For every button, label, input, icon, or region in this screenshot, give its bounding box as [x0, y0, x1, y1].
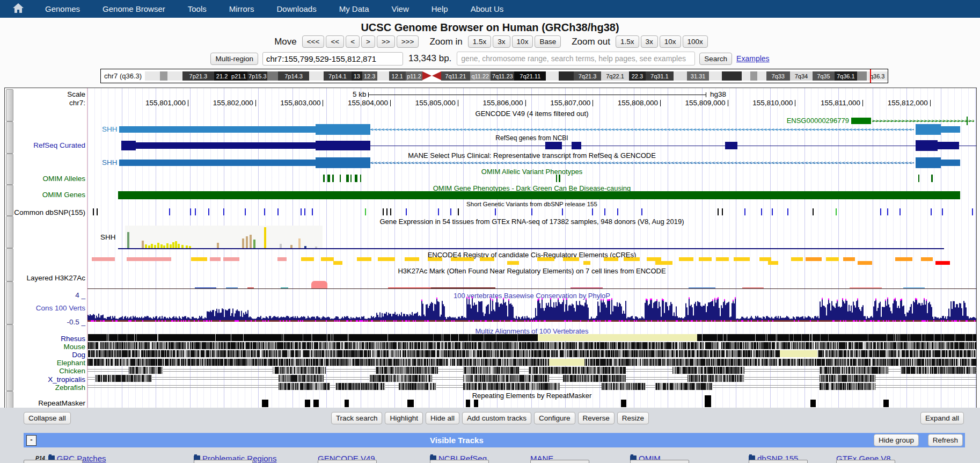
omim-allele-variant[interactable]: [360, 175, 361, 182]
add-custom-tracks-button[interactable]: Add custom tracks: [462, 412, 531, 424]
gtex-bar[interactable]: [250, 235, 252, 248]
ccre-element[interactable]: [127, 257, 151, 261]
dbsnp-variant[interactable]: [617, 208, 618, 215]
ruler-tick[interactable]: [728, 100, 728, 106]
track-title-gene-expression-in-54-ti[interactable]: Gene Expression in 54 tissues from GTEx …: [87, 218, 976, 226]
track-visibility-select[interactable]: [430, 460, 489, 463]
dbsnp-variant[interactable]: [761, 208, 762, 215]
shh-mane-utr[interactable]: [941, 160, 960, 166]
h3k27ac-peak[interactable]: [311, 281, 327, 288]
h3k27ac-signal[interactable]: [431, 287, 495, 288]
zoom-in-button-base[interactable]: Base: [535, 35, 561, 48]
track-visibility-select[interactable]: [194, 460, 253, 463]
dbsnp-variant[interactable]: [813, 208, 814, 215]
ccre-element[interactable]: [826, 257, 839, 261]
track-visibility-select[interactable]: [24, 460, 83, 463]
move-button-[interactable]: <: [346, 35, 360, 48]
repeat-element-tall[interactable]: [705, 395, 711, 407]
ruler-tick[interactable]: [593, 100, 593, 106]
ccre-element[interactable]: [699, 257, 712, 261]
gtex-bar[interactable]: [246, 236, 248, 248]
nav-item-tools[interactable]: Tools: [188, 4, 207, 13]
ruler-tick[interactable]: [930, 100, 931, 106]
h3k27ac-baseline[interactable]: [87, 288, 976, 289]
track-label-4[interactable]: 4 _: [75, 291, 85, 299]
refseq-exon[interactable]: [121, 141, 136, 150]
track-search-button[interactable]: Track search: [331, 412, 383, 424]
ruler-tick[interactable]: [458, 100, 458, 106]
zoom-out-button-3x[interactable]: 3x: [641, 35, 658, 48]
ensg-exon[interactable]: [851, 118, 871, 124]
shh-mane-exon[interactable]: [316, 157, 370, 168]
zoom-in-button-10x[interactable]: 10x: [512, 35, 533, 48]
collapse-group-button[interactable]: -: [26, 435, 36, 446]
h3k27ac-signal[interactable]: [226, 287, 238, 288]
move-button-[interactable]: >>: [377, 35, 395, 48]
ccre-element[interactable]: [148, 257, 171, 261]
dbsnp-variant[interactable]: [562, 208, 563, 215]
dbsnp-variant[interactable]: [641, 208, 642, 215]
gtex-bar[interactable]: [127, 232, 129, 248]
move-button-[interactable]: <<<: [302, 35, 325, 48]
track-title-repeating-elements-by-re[interactable]: Repeating Elements by RepeatMasker: [87, 392, 976, 400]
reverse-button[interactable]: Reverse: [578, 412, 615, 424]
track-drag-handle[interactable]: [6, 391, 13, 408]
zoom-out-button-100x[interactable]: 100x: [683, 35, 708, 48]
dbsnp-variant[interactable]: [245, 208, 246, 215]
track-label-omim-alleles[interactable]: OMIM Alleles: [42, 175, 85, 183]
ccre-element[interactable]: [895, 257, 912, 261]
dbsnp-variant[interactable]: [604, 208, 605, 215]
shh-mane-exon[interactable]: [916, 157, 941, 168]
dbsnp-variant[interactable]: [169, 208, 170, 215]
omim-allele-variant[interactable]: [355, 175, 357, 182]
dbsnp-variant[interactable]: [531, 208, 532, 215]
ccre-element[interactable]: [806, 257, 822, 261]
track-drag-handle[interactable]: [6, 216, 13, 248]
omim-allele-variant[interactable]: [350, 175, 352, 182]
nav-item-view[interactable]: View: [392, 4, 409, 13]
dbsnp-variant[interactable]: [458, 208, 459, 215]
dbsnp-variant[interactable]: [195, 208, 196, 215]
h3k27ac-signal[interactable]: [903, 287, 925, 288]
dbsnp-variant[interactable]: [312, 208, 313, 215]
intron-line[interactable]: [370, 129, 914, 130]
ccre-element[interactable]: [563, 257, 579, 261]
refresh-button[interactable]: Refresh: [928, 434, 963, 446]
gtex-bar[interactable]: [253, 240, 255, 248]
home-icon[interactable]: [13, 3, 24, 15]
ccre-element[interactable]: [223, 257, 239, 261]
ccre-element[interactable]: [624, 257, 640, 261]
track-visibility-select[interactable]: [530, 460, 589, 463]
dbsnp-variant[interactable]: [942, 208, 943, 215]
ccre-element[interactable]: [921, 257, 933, 261]
track-drag-handle[interactable]: [6, 89, 13, 121]
track-title-short-genetic-variants-f[interactable]: Short Genetic Variants from dbSNP releas…: [87, 201, 976, 207]
dbsnp-variant[interactable]: [744, 208, 745, 215]
zoom-in-button-1-5x[interactable]: 1.5x: [468, 35, 492, 48]
repeat-element[interactable]: [474, 400, 478, 407]
ruler-tick[interactable]: [255, 100, 256, 106]
track-drag-handle[interactable]: [6, 324, 13, 391]
refseq-utr[interactable]: [136, 142, 316, 149]
chromosome-ideogram[interactable]: chr7 (q36.3) 7p21.321.2p21.17p15.37p14.3…: [100, 69, 888, 83]
repeat-element[interactable]: [407, 400, 414, 407]
ccre-element[interactable]: [734, 257, 750, 261]
gtex-bar[interactable]: [145, 244, 147, 248]
nav-item-mirrors[interactable]: Mirrors: [229, 4, 254, 13]
refseq-intron-line[interactable]: [370, 146, 976, 146]
refseq-exon[interactable]: [916, 140, 938, 151]
ccre-element[interactable]: [301, 257, 314, 261]
ccre-element[interactable]: [333, 261, 342, 265]
repeat-element[interactable]: [810, 400, 816, 407]
h3k27ac-signal[interactable]: [195, 287, 216, 288]
ccre-element[interactable]: [843, 257, 855, 261]
track-visibility-select[interactable]: [836, 460, 895, 463]
dbsnp-variant[interactable]: [386, 208, 387, 215]
gtex-bar[interactable]: [151, 244, 153, 248]
dbsnp-variant[interactable]: [277, 208, 279, 215]
h3k27ac-signal[interactable]: [850, 287, 882, 288]
nav-item-genomes[interactable]: Genomes: [45, 4, 80, 13]
gtex-bar[interactable]: [166, 243, 169, 248]
dbsnp-variant[interactable]: [450, 208, 451, 215]
refseq-exon[interactable]: [316, 141, 370, 150]
